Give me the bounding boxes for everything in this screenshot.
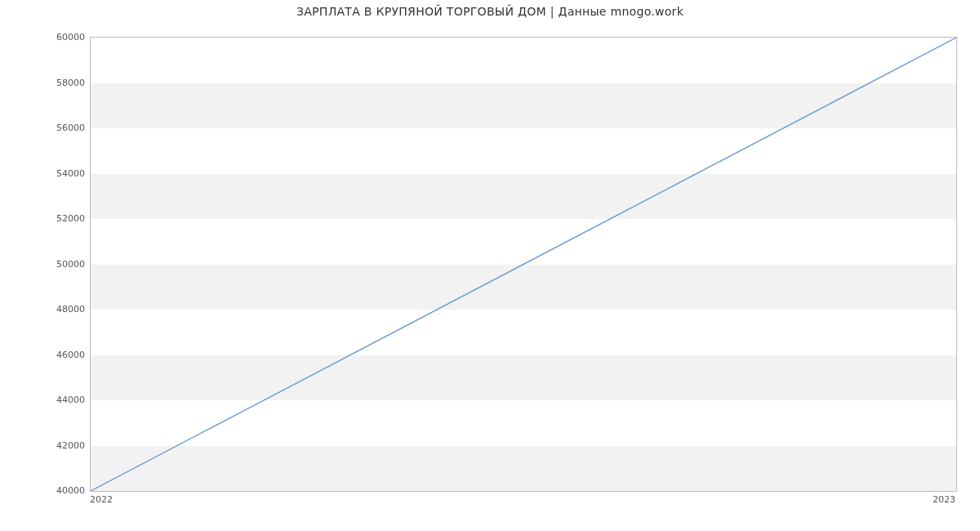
y-tick-label: 50000 — [3, 258, 85, 269]
y-tick-label: 54000 — [3, 167, 85, 178]
y-tick-label: 58000 — [3, 77, 85, 87]
y-tick-label: 42000 — [3, 440, 85, 450]
y-tick-label: 56000 — [3, 123, 85, 133]
x-tick-label: 2022 — [90, 494, 113, 505]
y-tick-label: 52000 — [3, 213, 85, 224]
data-line — [91, 38, 956, 491]
y-tick-label: 60000 — [3, 32, 85, 42]
y-tick-label: 46000 — [3, 349, 85, 359]
chart-container: ЗАРПЛАТА В КРУПЯНОЙ ТОРГОВЫЙ ДОМ | Данны… — [0, 0, 980, 531]
y-tick-label: 40000 — [3, 485, 85, 496]
y-tick-label: 44000 — [3, 395, 85, 405]
chart-title: ЗАРПЛАТА В КРУПЯНОЙ ТОРГОВЫЙ ДОМ | Данны… — [0, 5, 980, 18]
x-tick-label: 2023 — [933, 494, 956, 505]
plot-area — [90, 37, 957, 492]
y-tick-label: 48000 — [3, 304, 85, 315]
line-svg — [91, 38, 956, 491]
